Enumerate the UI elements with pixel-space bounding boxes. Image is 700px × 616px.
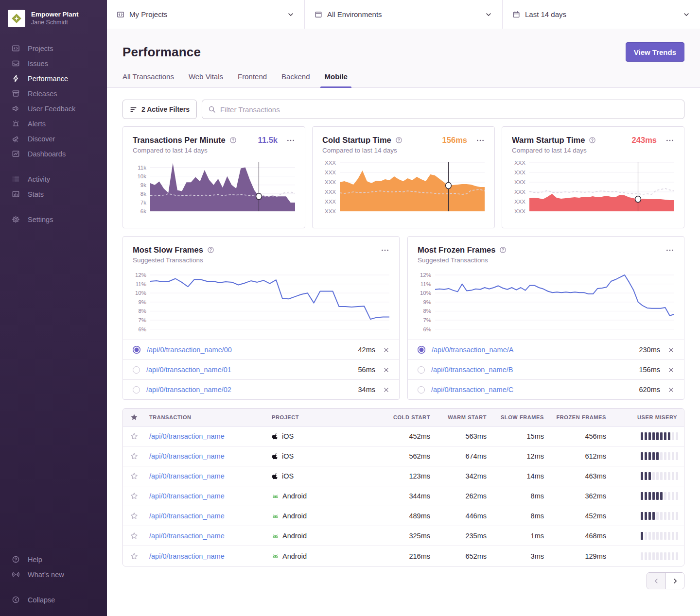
sidebar-item-discover[interactable]: Discover xyxy=(0,131,107,146)
sidebar-item-alerts[interactable]: Alerts xyxy=(0,116,107,131)
sidebar-item-stats[interactable]: Stats xyxy=(0,187,107,202)
tpm-chart: 11k10k9k8k7k6k xyxy=(133,161,295,211)
transaction-link[interactable]: /api/0/transaction_name xyxy=(149,552,225,560)
more-options-icon[interactable] xyxy=(665,136,674,145)
close-icon[interactable] xyxy=(383,367,389,373)
sidebar-item-issues[interactable]: Issues xyxy=(0,56,107,71)
column-header-user-misery[interactable]: USER MISERY xyxy=(610,414,684,420)
platform-label: Android xyxy=(282,532,307,540)
tab-frontend[interactable]: Frontend xyxy=(238,72,267,87)
sidebar-item-activity[interactable]: Activity xyxy=(0,171,107,187)
radio-button[interactable] xyxy=(133,346,140,354)
view-trends-button[interactable]: View Trends xyxy=(626,42,684,62)
project-cell: Android xyxy=(268,532,380,540)
org-name: Empower Plant xyxy=(31,11,79,19)
tab-web-vitals[interactable]: Web Vitals xyxy=(189,72,223,87)
star-icon[interactable] xyxy=(123,432,145,440)
tab-backend[interactable]: Backend xyxy=(281,72,310,87)
user-feedback-icon xyxy=(11,104,20,113)
daterange-selector[interactable]: Last 14 days xyxy=(503,0,700,29)
warm-startup-chart: XXXXXXXXXXXXXXXXXX xyxy=(512,161,674,211)
environments-selector-label: All Environments xyxy=(327,10,480,18)
sidebar-item-dashboards[interactable]: Dashboards xyxy=(0,146,107,161)
warm-start-value: 446ms xyxy=(434,512,490,520)
card-subtitle: Compared to last 14 days xyxy=(133,147,295,154)
sidebar-item-projects[interactable]: Projects xyxy=(0,41,107,56)
close-icon[interactable] xyxy=(383,387,389,393)
slow-frames-list: /api/0/transaction_name/00 42ms /api/0/t… xyxy=(123,340,399,399)
transaction-link[interactable]: /api/0/transaction_name/00 xyxy=(147,346,232,354)
active-filters-label: 2 Active Filters xyxy=(141,105,190,113)
card-cold-startup-time: Cold Startup Time 156ms Compared to last… xyxy=(312,126,495,228)
close-icon[interactable] xyxy=(668,367,674,373)
table-row: /api/0/transaction_name Android 489ms 44… xyxy=(123,506,684,526)
help-circle-icon[interactable] xyxy=(229,137,237,144)
sidebar-item-releases[interactable]: Releases xyxy=(0,86,107,101)
tab-all-transactions[interactable]: All Transactions xyxy=(122,72,174,87)
transaction-link[interactable]: /api/0/transaction_name/01 xyxy=(146,366,231,374)
column-header-warm-start[interactable]: WARM START xyxy=(434,414,490,420)
sidebar-item-settings[interactable]: Settings xyxy=(0,212,107,227)
platform-label: iOS xyxy=(282,472,294,480)
column-header-slow-frames[interactable]: SLOW FRAMES xyxy=(490,414,548,420)
transaction-link[interactable]: /api/0/transaction_name xyxy=(149,432,225,440)
star-column-header-icon[interactable] xyxy=(123,413,145,421)
help-circle-icon[interactable] xyxy=(395,137,402,144)
radio-button[interactable] xyxy=(133,366,140,374)
radio-button[interactable] xyxy=(418,366,425,374)
close-icon[interactable] xyxy=(668,347,674,353)
transaction-link[interactable]: /api/0/transaction_name xyxy=(149,492,225,500)
sidebar-item-whats-new[interactable]: What’s new xyxy=(0,567,107,582)
close-icon[interactable] xyxy=(668,387,674,393)
more-options-icon[interactable] xyxy=(665,246,674,255)
transaction-link[interactable]: /api/0/transaction_name/02 xyxy=(146,386,231,394)
sidebar-item-user-feedback[interactable]: User Feedback xyxy=(0,101,107,116)
transaction-link[interactable]: /api/0/transaction_name/B xyxy=(431,366,513,374)
active-filters-button[interactable]: 2 Active Filters xyxy=(122,100,197,119)
y-axis-labels: XXXXXXXXXXXXXXXXXX xyxy=(322,161,340,211)
column-header-project[interactable]: PROJECT xyxy=(268,414,380,420)
sidebar-item-label: What’s new xyxy=(28,571,64,579)
transaction-link[interactable]: /api/0/transaction_name xyxy=(149,532,225,540)
transaction-link[interactable]: /api/0/transaction_name/A xyxy=(432,346,513,354)
environments-selector[interactable]: All Environments xyxy=(305,0,503,29)
warm-start-value: 674ms xyxy=(434,452,490,460)
star-icon[interactable] xyxy=(123,492,145,500)
column-header-transaction[interactable]: TRANSACTION xyxy=(145,414,268,420)
search-input[interactable] xyxy=(220,105,678,114)
transaction-duration: 56ms xyxy=(358,366,375,374)
transaction-link[interactable]: /api/0/transaction_name/C xyxy=(431,386,513,394)
sidebar-collapse-button[interactable]: Collapse xyxy=(0,592,107,607)
card-value: 11.5k xyxy=(258,136,278,145)
cold-start-value: 562ms xyxy=(380,452,434,460)
radio-button[interactable] xyxy=(418,386,425,394)
transaction-link[interactable]: /api/0/transaction_name xyxy=(149,452,225,460)
more-options-icon[interactable] xyxy=(286,136,295,145)
close-icon[interactable] xyxy=(383,347,389,353)
previous-page-button[interactable] xyxy=(647,573,665,589)
projects-selector[interactable]: My Projects xyxy=(107,0,305,29)
star-icon[interactable] xyxy=(123,472,145,480)
column-header-cold-start[interactable]: COLD START xyxy=(380,414,434,420)
transaction-link[interactable]: /api/0/transaction_name xyxy=(149,512,225,520)
more-options-icon[interactable] xyxy=(381,246,389,255)
org-switcher[interactable]: Empower Plant Jane Schmidt xyxy=(0,8,107,37)
radio-button[interactable] xyxy=(133,386,140,394)
help-circle-icon[interactable] xyxy=(207,246,214,254)
star-icon[interactable] xyxy=(123,552,145,560)
slow-frames-value: 14ms xyxy=(490,472,548,480)
star-icon[interactable] xyxy=(123,452,145,460)
help-circle-icon[interactable] xyxy=(589,137,596,144)
star-icon[interactable] xyxy=(123,512,145,520)
radio-button[interactable] xyxy=(418,346,425,354)
tab-mobile[interactable]: Mobile xyxy=(324,72,348,87)
star-icon[interactable] xyxy=(123,532,145,540)
next-page-button[interactable] xyxy=(665,573,684,589)
slow-frames-value: 15ms xyxy=(490,432,548,440)
sidebar-item-help[interactable]: Help xyxy=(0,552,107,567)
sidebar-item-performance[interactable]: Performance xyxy=(0,71,107,86)
transaction-link[interactable]: /api/0/transaction_name xyxy=(149,472,225,480)
column-header-frozen-frames[interactable]: FROZEN FRAMES xyxy=(548,414,610,420)
help-circle-icon[interactable] xyxy=(499,246,507,254)
more-options-icon[interactable] xyxy=(476,136,485,145)
